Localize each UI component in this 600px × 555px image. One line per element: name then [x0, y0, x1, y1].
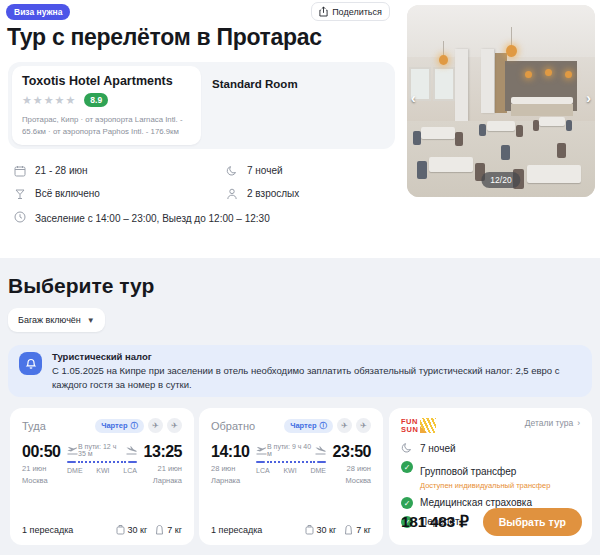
chair	[417, 161, 427, 179]
clock-icon	[14, 211, 26, 223]
lamp	[545, 69, 552, 76]
departure-date: 21 июн	[22, 464, 62, 473]
tour-details-link[interactable]: Детали тура ›	[525, 418, 580, 428]
outbound-flight-card[interactable]: Туда Чартер ⓘ ✈ ✈ 00:50 21 июн Москва	[10, 408, 194, 545]
airline-icon: ✈	[167, 418, 182, 433]
nights-value: 7 ночей	[247, 165, 283, 176]
stops-label: 1 пересадка	[22, 525, 108, 535]
chair	[566, 120, 572, 131]
hand-luggage-icon	[344, 524, 353, 535]
lamp	[439, 55, 448, 65]
check-icon: ✓	[401, 461, 413, 473]
arrival-time: 23:50	[331, 443, 371, 461]
baggage-weight: 30 кг	[317, 525, 337, 535]
notice-text: С 1.05.2025 на Кипре при заселении в оте…	[52, 364, 580, 392]
hand-luggage-icon	[155, 524, 164, 535]
tourist-tax-notice: Туристический налог С 1.05.2025 на Кипре…	[8, 345, 592, 397]
select-tour-button[interactable]: Выбрать тур	[483, 508, 582, 536]
charter-badge[interactable]: Чартер ⓘ	[284, 419, 333, 433]
next-photo-button[interactable]: ›	[586, 91, 591, 105]
guests-row: 2 взрослых	[226, 188, 299, 200]
stops-label: 1 пересадка	[211, 525, 297, 535]
summary-nights-row: 7 ночей	[401, 443, 580, 454]
tour-details-label: Детали тура	[525, 418, 573, 428]
chair	[557, 143, 566, 158]
airline-icon: ✈	[356, 418, 371, 433]
departure-time: 00:50	[22, 443, 62, 461]
lamp	[565, 71, 572, 78]
board-row: Всё включено	[14, 188, 100, 200]
departure-time: 14:10	[211, 443, 251, 461]
bell-icon	[19, 352, 42, 375]
visa-badge: Виза нужна	[6, 4, 70, 20]
departure-city: Ларнака	[211, 476, 251, 485]
room-name: Standard Room	[212, 78, 298, 90]
takeoff-icon	[256, 446, 267, 455]
baggage-weight: 30 кг	[128, 525, 148, 535]
hotel-rating-badge: 8.9	[84, 93, 108, 107]
arrival-date: 21 июн	[142, 464, 182, 473]
charter-badge[interactable]: Чартер ⓘ	[95, 419, 144, 433]
lamp-cord	[511, 27, 512, 47]
table	[487, 121, 515, 131]
share-button[interactable]: Поделиться	[311, 2, 390, 21]
charter-label: Чартер	[290, 421, 316, 430]
departure-city: Москва	[22, 476, 62, 485]
buffet	[511, 104, 573, 116]
hotel-photo[interactable]: ‹ › 12/20	[407, 5, 595, 197]
guests-value: 2 взрослых	[247, 188, 299, 199]
summary-nights: 7 ночей	[420, 443, 456, 454]
airline-icon: ✈	[337, 418, 352, 433]
tour-price: 181 483 ₽	[401, 513, 469, 531]
arrival-airport-code: DME	[310, 467, 326, 474]
chair	[413, 131, 421, 145]
funsun-sun-graphic	[420, 418, 436, 433]
share-icon	[319, 6, 328, 17]
takeoff-icon	[67, 446, 78, 455]
feature-transfer: ✓ Групповой трансфер Доступен индивидуал…	[401, 461, 580, 490]
nights-row: 7 ночей	[226, 165, 283, 177]
feature-note: Доступен индивидуальный трансфер	[420, 481, 550, 490]
landing-icon	[315, 446, 326, 455]
return-label: Обратно	[211, 420, 284, 432]
route-line	[256, 461, 326, 463]
return-flight-card[interactable]: Обратно Чартер ⓘ ✈ ✈ 14:10 28 июн Ларнак…	[199, 408, 383, 545]
landing-icon	[126, 446, 137, 455]
photo-ceiling	[407, 5, 595, 57]
lamp	[506, 45, 517, 57]
tour-page: Виза нужна Поделиться Тур с перелётом в …	[0, 0, 600, 555]
hand-luggage-weight: 7 кг	[356, 525, 371, 535]
chevron-right-icon: ›	[577, 418, 580, 428]
photo-counter: 12/20	[481, 172, 520, 188]
guests-icon	[226, 188, 238, 200]
board-value: Всё включено	[35, 188, 100, 199]
departure-airport-code: DME	[67, 467, 83, 474]
chair	[516, 125, 523, 137]
tour-header-section: Виза нужна Поделиться Тур с перелётом в …	[0, 0, 600, 258]
chair	[533, 120, 539, 131]
baggage-filter-label: Багаж включён	[18, 315, 81, 325]
airline-icon: ✈	[148, 418, 163, 433]
all-inclusive-icon	[14, 188, 26, 200]
prev-photo-button[interactable]: ‹	[411, 91, 416, 105]
page-title: Тур с перелётом в Протарас	[7, 24, 322, 51]
flight-duration: В пути: 9 ч 40 м	[267, 443, 315, 457]
hand-luggage-weight: 7 кг	[167, 525, 182, 535]
table	[421, 127, 455, 139]
photo-pillar	[455, 49, 468, 121]
select-tour-heading: Выберите тур	[8, 274, 154, 298]
moon-icon	[401, 442, 413, 454]
stopover-airport-code: KWI	[283, 467, 296, 474]
hotel-info-card[interactable]: Toxotis Hotel Apartments ★★★★★ 8.9 Прота…	[12, 66, 201, 145]
stopover-airport-code: KWI	[96, 467, 109, 474]
baggage-filter-dropdown[interactable]: Багаж включён ▼	[8, 308, 105, 332]
arrival-date: 28 июн	[331, 464, 371, 473]
tour-summary-card: FUN SUN Детали тура › 7 ночей ✓	[389, 408, 592, 545]
flight-duration: В пути: 12 ч 35 м	[78, 443, 126, 457]
checkin-value: Заселение с 14:00 – 23:00, Выезд до 12:0…	[35, 211, 270, 226]
hotel-name: Toxotis Hotel Apartments	[22, 74, 191, 88]
funsun-logo: FUN SUN	[401, 418, 436, 433]
photo-window	[433, 67, 455, 101]
share-label: Поделиться	[332, 7, 382, 17]
buffet-counter	[511, 97, 573, 104]
